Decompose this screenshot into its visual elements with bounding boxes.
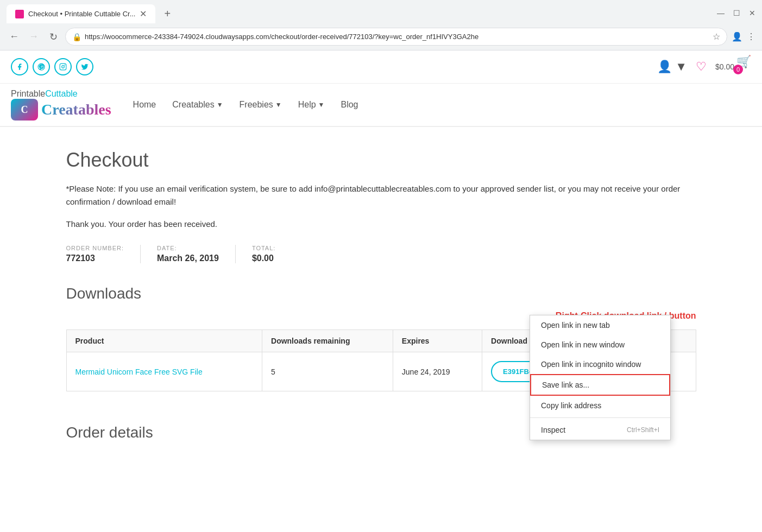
browser-tab[interactable]: Checkout • Printable Cuttable Cr... ✕ — [7, 4, 155, 23]
nav-freebies[interactable]: Freebies ▼ — [240, 100, 282, 110]
col-expires: Expires — [393, 330, 482, 352]
site-nav: PrintableCuttable C Creatables Home Crea… — [0, 84, 762, 127]
context-menu-copy-link[interactable]: Copy link address — [530, 396, 670, 415]
context-menu-open-new-window[interactable]: Open link in new window — [530, 335, 670, 354]
tab-title: Checkout • Printable Cuttable Cr... — [28, 10, 135, 18]
back-button[interactable]: ← — [7, 29, 22, 45]
nav-blog[interactable]: Blog — [341, 100, 358, 110]
forward-button[interactable]: → — [26, 29, 41, 45]
page-title: Checkout — [66, 149, 696, 172]
order-number-value: 772103 — [66, 254, 124, 263]
browser-right-actions: 👤 ⋮ — [732, 31, 755, 42]
context-menu-open-incognito[interactable]: Open link in incognito window — [530, 354, 670, 374]
svg-point-1 — [62, 66, 65, 68]
order-date-value: March 26, 2019 — [157, 254, 219, 263]
site-topbar: 👤 ▼ ♡ $0.00 🛒 0 — [0, 50, 762, 84]
address-bar[interactable]: 🔒 https://woocommerce-243384-749024.clou… — [65, 28, 727, 46]
inspect-shortcut: Ctrl+Shift+I — [627, 426, 659, 434]
nav-help[interactable]: Help ▼ — [298, 100, 325, 110]
reload-button[interactable]: ↻ — [46, 29, 61, 45]
more-options-icon[interactable]: ⋮ — [747, 31, 755, 42]
order-meta: ORDER NUMBER: 772103 DATE: March 26, 201… — [66, 245, 696, 263]
logo-bottom-text: Creatables — [41, 101, 111, 118]
facebook-icon[interactable] — [11, 58, 28, 75]
order-date-label: DATE: — [157, 245, 219, 251]
minimize-button[interactable]: — — [717, 9, 725, 17]
row-expires: June 24, 2019 — [393, 352, 482, 391]
svg-rect-0 — [60, 64, 66, 70]
order-number-item: ORDER NUMBER: 772103 — [66, 245, 141, 263]
header-right-actions: 👤 ▼ ♡ $0.00 🛒 0 — [657, 55, 751, 79]
logo-icon: C — [11, 99, 38, 121]
new-tab-button[interactable]: + — [160, 5, 175, 22]
context-menu-divider — [530, 417, 670, 418]
row-product-name: Mermaid Unicorn Face Free SVG File — [66, 352, 262, 391]
close-button[interactable]: ✕ — [749, 9, 755, 17]
context-menu-save-link[interactable]: Save link as... — [530, 374, 670, 396]
account-menu-icon[interactable]: 👤 ▼ — [657, 60, 687, 74]
bookmark-icon[interactable]: ☆ — [713, 31, 720, 42]
thank-you-text: Thank you. Your order has been received. — [66, 219, 696, 229]
col-downloads-remaining: Downloads remaining — [262, 330, 393, 352]
context-menu-inspect[interactable]: Inspect Ctrl+Shift+I — [530, 420, 670, 440]
creatables-chevron-icon: ▼ — [217, 101, 223, 109]
social-icons — [11, 58, 93, 75]
cart-area[interactable]: $0.00 🛒 0 — [715, 55, 751, 79]
row-downloads-remaining: 5 — [262, 352, 393, 391]
browser-titlebar: Checkout • Printable Cuttable Cr... ✕ + … — [0, 0, 762, 23]
order-date-item: DATE: March 26, 2019 — [157, 245, 236, 263]
col-product: Product — [66, 330, 262, 352]
product-link[interactable]: Mermaid Unicorn Face Free SVG File — [75, 368, 203, 376]
tab-favicon — [15, 10, 24, 18]
freebies-chevron-icon: ▼ — [275, 101, 282, 109]
tab-close-button[interactable]: ✕ — [140, 9, 147, 19]
maximize-button[interactable]: ☐ — [733, 9, 740, 17]
account-icon[interactable]: 👤 — [732, 31, 742, 42]
url-text: https://woocommerce-243384-749024.cloudw… — [85, 33, 709, 41]
lock-icon: 🔒 — [72, 33, 81, 41]
order-total-value: $0.00 — [252, 254, 276, 263]
site-logo[interactable]: PrintableCuttable C Creatables — [11, 89, 111, 121]
downloads-title: Downloads — [66, 285, 696, 302]
wishlist-icon[interactable]: ♡ — [696, 60, 707, 74]
order-total-label: TOTAL: — [252, 245, 276, 251]
browser-chrome: Checkout • Printable Cuttable Cr... ✕ + … — [0, 0, 762, 50]
order-number-label: ORDER NUMBER: — [66, 245, 124, 251]
pinterest-icon[interactable] — [33, 58, 50, 75]
cart-amount: $0.00 — [715, 62, 734, 71]
twitter-icon[interactable] — [76, 58, 93, 75]
instagram-icon[interactable] — [54, 58, 72, 75]
context-menu: Open link in new tab Open link in new wi… — [530, 315, 671, 440]
svg-point-2 — [65, 65, 65, 66]
context-menu-open-new-tab[interactable]: Open link in new tab — [530, 315, 670, 335]
cart-count-badge: 0 — [733, 65, 743, 74]
nav-creatables[interactable]: Creatables ▼ — [172, 100, 223, 110]
window-controls: — ☐ ✕ — [717, 9, 755, 20]
nav-items: Home Creatables ▼ Freebies ▼ Help ▼ Blog — [133, 100, 358, 110]
help-chevron-icon: ▼ — [318, 101, 325, 109]
cart-icon[interactable]: 🛒 0 — [736, 55, 751, 79]
note-text: *Please Note: If you use an email verifi… — [66, 182, 696, 208]
address-bar-row: ← → ↻ 🔒 https://woocommerce-243384-74902… — [0, 23, 762, 50]
nav-home[interactable]: Home — [133, 100, 156, 110]
order-total-item: TOTAL: $0.00 — [252, 245, 292, 263]
logo-top-text: PrintableCuttable — [11, 89, 78, 99]
